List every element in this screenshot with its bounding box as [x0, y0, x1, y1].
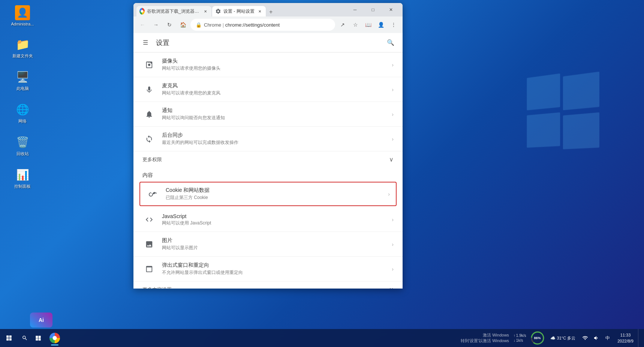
more-content-chevron: ∨	[389, 286, 394, 289]
separator-text: |	[221, 22, 225, 28]
tab1-title: 谷歌浏览器下载_浏览器官网入口□	[147, 8, 200, 15]
javascript-item-subtitle: 网站可以使用 JavaScript	[162, 220, 392, 226]
desktop-icon-user[interactable]: 👤 Administra...	[4, 4, 41, 28]
download-speed: ↓ 1k/s	[514, 338, 526, 343]
weather-text: 31°C 多云	[557, 335, 576, 341]
home-button[interactable]: 🏠	[177, 19, 189, 31]
settings-item-popup[interactable]: 弹出式窗口和重定向 不允许网站显示弹出式窗口或使用重定向 ›	[133, 257, 403, 281]
images-item-title: 图片	[162, 237, 392, 244]
desktop-icon-network[interactable]: 🌐 网络	[4, 100, 41, 126]
bookmark-button[interactable]: ☆	[349, 19, 361, 31]
notification-item-arrow: ›	[392, 111, 394, 117]
activate-line1: 激活 Windows	[461, 332, 509, 338]
task-view-button[interactable]	[31, 331, 45, 345]
profile-button[interactable]: 👤	[375, 19, 387, 31]
notification-item-text: 通知 网站可以询问能否向您发送通知	[162, 107, 392, 121]
taskbar-right: 激活 Windows 转到'设置'以激活 Windows ↑ 1.9k/s ↓ …	[461, 329, 644, 347]
cookie-icon	[146, 187, 160, 201]
settings-item-notification[interactable]: 通知 网站可以询问能否向您发送通知 ›	[133, 102, 403, 127]
battery-indicator[interactable]: 86%	[529, 330, 546, 346]
minimize-button[interactable]: ─	[346, 4, 364, 16]
tab2-title: 设置 - 网站设置	[223, 8, 255, 15]
more-content-settings-label: 更多内容设置	[142, 286, 172, 289]
js-icon	[142, 213, 156, 226]
notification-item-title: 通知	[162, 107, 392, 114]
settings-item-microphone[interactable]: 麦克风 网站可以请求使用您的麦克风 ›	[133, 77, 403, 102]
javascript-item-text: JavaScript 网站可以使用 JavaScript	[162, 213, 392, 226]
share-button[interactable]: ↗	[337, 19, 349, 31]
settings-item-background-sync[interactable]: 后台同步 最近关闭的网站可以完成数据收发操作 ›	[133, 127, 403, 151]
camera-icon	[142, 58, 156, 72]
more-content-settings-header[interactable]: 更多内容设置 ∨	[133, 281, 403, 289]
activate-windows-text: 激活 Windows 转到'设置'以激活 Windows	[461, 332, 509, 344]
desktop-icon-folder[interactable]: 📁 新建文件夹	[4, 35, 41, 60]
maximize-button[interactable]: □	[364, 4, 382, 16]
close-button[interactable]: ✕	[382, 4, 400, 16]
address-text: Chrome | chrome://settings/content	[204, 22, 280, 28]
settings-item-images[interactable]: 图片 网站可以显示图片 ›	[133, 232, 403, 257]
more-permissions-label: 更多权限	[142, 156, 162, 163]
back-button[interactable]: ←	[136, 19, 148, 31]
cookie-item-text: Cookie 和网站数据 已阻止第三方 Cookie	[166, 187, 388, 201]
settings-item-camera[interactable]: 摄像头 网站可以请求使用您的摄像头 ›	[133, 52, 403, 77]
settings-content: ☰ 设置 🔍 摄像头 网站可以请求使用您的摄像头 ›	[133, 33, 403, 289]
start-button[interactable]	[0, 329, 18, 347]
battery-circle-container: 86%	[531, 331, 544, 345]
content-section-header: 内容	[133, 166, 403, 180]
desktop-icon-recycle[interactable]: 🗑️ 回收站	[4, 133, 41, 158]
microphone-item-text: 麦克风 网站可以请求使用您的麦克风	[162, 82, 392, 96]
javascript-item-arrow: ›	[392, 217, 394, 223]
content-section-label: 内容	[142, 172, 153, 179]
desktop-icon-user-label: Administra...	[11, 22, 34, 26]
browser-tab-1[interactable]: 谷歌浏览器下载_浏览器官网入口□ ✕	[136, 6, 211, 16]
browser-tab-2[interactable]: 设置 - 网站设置 ✕	[212, 6, 266, 16]
camera-item-subtitle: 网站可以请求使用您的摄像头	[162, 65, 392, 72]
protocol-text: Chrome	[204, 22, 221, 28]
tab1-close-button[interactable]: ✕	[202, 8, 208, 14]
battery-percent-text: 86%	[534, 336, 541, 340]
refresh-button[interactable]: ↻	[163, 19, 175, 31]
desktop-icon-control-label: 控制面板	[14, 184, 31, 189]
address-bar[interactable]: 🔒 Chrome | chrome://settings/content	[190, 19, 335, 31]
title-bar: 谷歌浏览器下载_浏览器官网入口□ ✕ 设置 - 网站设置 ✕ + ─ □	[133, 3, 403, 16]
time-text: 11:33	[620, 332, 631, 338]
language-icon[interactable]: 中	[602, 331, 613, 346]
cookie-item-arrow: ›	[388, 191, 390, 197]
images-item-subtitle: 网站可以显示图片	[162, 245, 392, 251]
desktop-icon-control[interactable]: 📊 控制面板	[4, 166, 41, 191]
microphone-item-subtitle: 网站可以请求使用您的麦克风	[162, 90, 392, 96]
network-icon[interactable]	[580, 331, 590, 346]
microphone-icon	[142, 83, 156, 96]
weather-widget[interactable]: ☁️ 31°C 多云	[547, 335, 579, 341]
desktop-icon-computer[interactable]: 🖥️ 此电脑	[4, 68, 41, 93]
more-permissions-header[interactable]: 更多权限 ∨	[133, 151, 403, 166]
desktop-icons: 👤 Administra... 📁 新建文件夹 🖥️ 此电脑 🌐 网络	[0, 0, 45, 194]
temperature-text: 31°C 多云	[557, 335, 576, 341]
forward-button[interactable]: →	[150, 19, 162, 31]
tab1-favicon	[139, 8, 145, 15]
taskbar-search-button[interactable]	[18, 331, 31, 345]
show-desktop-button[interactable]	[638, 329, 641, 347]
settings-body[interactable]: 摄像头 网站可以请求使用您的摄像头 › 麦克风 网站可以请求使用您的麦克风 ›	[133, 52, 403, 289]
sound-icon[interactable]	[591, 331, 602, 346]
hamburger-menu-button[interactable]: ☰	[139, 37, 151, 49]
new-tab-button[interactable]: +	[267, 7, 276, 16]
chrome-taskbar-icon	[49, 333, 60, 343]
nav-actions: ↗ ☆ 📖 👤 ⋮	[337, 19, 400, 31]
camera-item-title: 摄像头	[162, 58, 392, 64]
taskbar-clock[interactable]: 11:33 2022/8/9	[614, 332, 637, 344]
tab2-close-button[interactable]: ✕	[257, 8, 263, 14]
settings-item-cookie[interactable]: Cookie 和网站数据 已阻止第三方 Cookie ›	[139, 182, 397, 206]
microphone-item-title: 麦克风	[162, 82, 392, 89]
popup-item-subtitle: 不允许网站显示弹出式窗口或使用重定向	[162, 269, 392, 276]
reading-mode-button[interactable]: 📖	[362, 19, 374, 31]
more-menu-button[interactable]: ⋮	[388, 19, 400, 31]
nav-bar: ← → ↻ 🏠 🔒 Chrome | chrome://settings/con…	[133, 16, 403, 33]
settings-search-button[interactable]: 🔍	[385, 37, 397, 49]
settings-item-javascript[interactable]: JavaScript 网站可以使用 JavaScript ›	[133, 208, 403, 232]
popup-item-arrow: ›	[392, 266, 394, 272]
taskbar-chrome-app[interactable]	[46, 330, 63, 346]
activate-line2: 转到'设置'以激活 Windows	[461, 338, 509, 344]
camera-item-text: 摄像头 网站可以请求使用您的摄像头	[162, 58, 392, 72]
popup-icon	[142, 262, 156, 276]
